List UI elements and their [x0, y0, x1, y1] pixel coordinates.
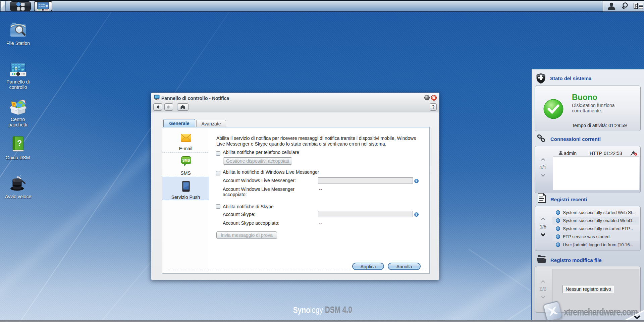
- svg-text:?: ?: [17, 139, 22, 148]
- svg-text:SMS: SMS: [182, 158, 190, 162]
